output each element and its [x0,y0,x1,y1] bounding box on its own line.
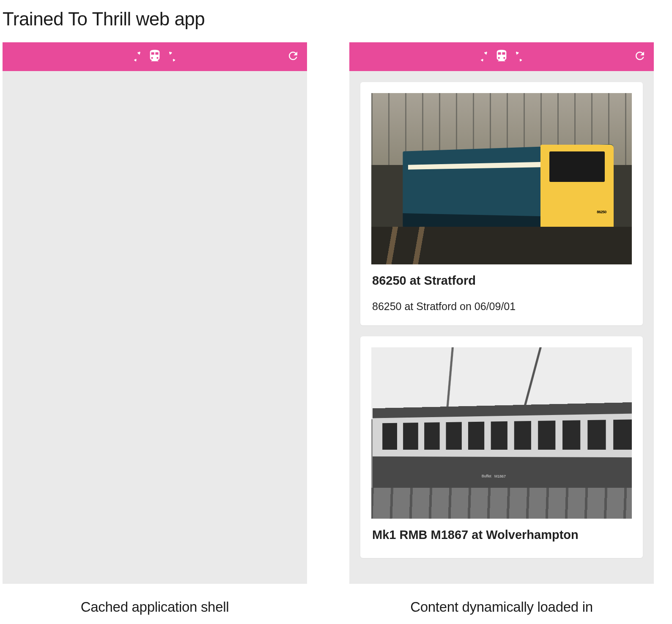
content-card[interactable]: 86250 at Stratford 86250 at Stratford on… [360,82,643,325]
panel-right-caption: Content dynamically loaded in [349,584,654,615]
content-area-empty [3,71,307,584]
phone-shell-right: ♥♥ ♥♥ [349,42,654,584]
page-title: Trained To Thrill web app [0,0,672,42]
content-area[interactable]: 86250 at Stratford 86250 at Stratford on… [349,71,654,584]
train-icon [148,48,162,66]
card-description: 86250 at Stratford on 06/09/01 [372,300,631,313]
refresh-icon [287,49,299,62]
app-header: ♥♥ ♥♥ [3,42,307,71]
phone-shell-left: ♥♥ ♥♥ [3,42,307,584]
content-card[interactable]: Mk1 RMB M1867 at Wolverhampton [360,336,643,558]
panel-right: ♥♥ ♥♥ [349,42,654,615]
card-image-wrap [360,336,643,519]
train-photo [371,93,632,264]
panel-left: ♥♥ ♥♥ [3,42,307,615]
app-header: ♥♥ ♥♥ [349,42,654,71]
hearts-right-icon: ♥♥ [511,49,523,64]
card-title: Mk1 RMB M1867 at Wolverhampton [372,528,631,542]
app-logo: ♥♥ ♥♥ [133,48,176,66]
train-icon [494,48,509,66]
card-image-wrap [360,82,643,264]
hearts-right-icon: ♥♥ [165,49,176,64]
refresh-button[interactable] [634,49,646,64]
refresh-button[interactable] [287,49,299,64]
card-body: 86250 at Stratford 86250 at Stratford on… [360,264,643,325]
train-photo [371,347,632,519]
hearts-left-icon: ♥♥ [480,49,492,64]
app-logo: ♥♥ ♥♥ [480,48,523,66]
panel-left-caption: Cached application shell [3,584,307,615]
refresh-icon [634,49,646,62]
panels-row: ♥♥ ♥♥ [0,42,672,615]
card-title: 86250 at Stratford [372,274,631,288]
hearts-left-icon: ♥♥ [133,49,145,64]
card-body: Mk1 RMB M1867 at Wolverhampton [360,519,643,558]
